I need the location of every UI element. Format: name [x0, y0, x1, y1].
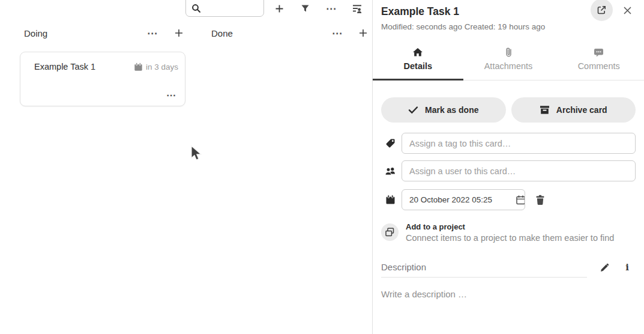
card-due-label: in 3 days	[146, 62, 178, 71]
ellipsis-icon: ⋯	[166, 91, 176, 100]
assign-user-input[interactable]	[402, 160, 636, 181]
tab-attachments-label: Attachments	[463, 61, 554, 71]
column-done-add-button[interactable]	[355, 25, 372, 41]
mark-as-done-label: Mark as done	[425, 105, 478, 115]
edit-description-button[interactable]	[598, 261, 611, 274]
tab-details[interactable]: Details	[373, 43, 463, 80]
panel-header: Example Task 1 Modified: seconds ago Cre…	[373, 0, 644, 80]
card-title: Example Task 1	[34, 62, 95, 71]
tab-attachments[interactable]: Attachments	[463, 43, 554, 80]
card-due-date: in 3 days	[134, 62, 178, 71]
project-windows-icon	[381, 223, 399, 241]
description-label: Description	[381, 262, 587, 278]
archive-icon	[540, 105, 550, 115]
add-card-button[interactable]	[271, 0, 287, 17]
tab-comments-label: Comments	[553, 61, 644, 71]
archive-card-button[interactable]: Archive card	[511, 97, 636, 123]
filter-button[interactable]	[296, 0, 313, 17]
filter-funnel-icon	[301, 4, 310, 13]
ellipsis-icon: ⋯	[332, 28, 343, 38]
column-doing-add-button[interactable]	[170, 25, 187, 41]
card-menu-button[interactable]: ⋯	[166, 91, 176, 100]
trash-icon	[535, 195, 545, 205]
description-info-button[interactable]: i	[621, 261, 633, 274]
remove-date-button[interactable]	[533, 193, 547, 207]
plus-icon	[174, 28, 184, 38]
list-user-icon	[352, 4, 363, 14]
assign-tag-input[interactable]	[402, 133, 636, 154]
external-link-icon	[597, 5, 607, 15]
date-picker-button[interactable]	[516, 190, 525, 210]
plus-icon	[274, 4, 284, 14]
board-menu-button[interactable]: ⋯	[323, 0, 340, 17]
info-icon: i	[625, 262, 629, 273]
ellipsis-icon: ⋯	[326, 4, 337, 14]
calendar-icon	[384, 194, 396, 206]
check-icon	[408, 106, 418, 114]
add-to-project-row[interactable]: Add to a project Connect items to a proj…	[381, 222, 636, 243]
search-input[interactable]	[204, 2, 260, 14]
home-icon	[412, 47, 423, 57]
tag-field-row	[381, 133, 636, 154]
mark-as-done-button[interactable]: Mark as done	[381, 97, 506, 123]
paperclip-icon	[505, 47, 512, 58]
detail-tabs: Details Attachments	[373, 43, 644, 80]
card-actions: Mark as done Archive card	[381, 97, 636, 123]
tab-details-label: Details	[373, 61, 463, 71]
due-date-box[interactable]	[402, 189, 525, 210]
calendar-icon	[134, 62, 143, 71]
column-title-done: Done	[211, 28, 233, 38]
add-to-project-title: Add to a project	[406, 222, 614, 231]
task-card[interactable]: Example Task 1 in 3 days ⋯	[20, 52, 185, 106]
comments-icon	[594, 48, 604, 57]
search-icon	[191, 4, 201, 13]
ellipsis-icon: ⋯	[147, 28, 158, 38]
tag-icon	[384, 138, 396, 150]
calendar-outline-icon	[516, 195, 525, 205]
description-placeholder[interactable]: Write a description …	[381, 289, 636, 299]
users-icon	[384, 165, 396, 177]
board-view-options-button[interactable]	[349, 0, 366, 17]
card-detail-panel: Example Task 1 Modified: seconds ago Cre…	[372, 0, 644, 334]
column-doing-menu-button[interactable]: ⋯	[144, 25, 161, 41]
project-text: Add to a project Connect items to a proj…	[406, 222, 614, 243]
pencil-icon	[600, 263, 610, 273]
description-header: Description i	[381, 262, 636, 278]
due-date-input[interactable]	[402, 195, 516, 204]
column-done-menu-button[interactable]: ⋯	[329, 25, 346, 41]
panel-content: Mark as done Archive card	[373, 97, 644, 299]
add-to-project-subtitle: Connect items to a project to make them …	[406, 233, 614, 243]
plus-icon	[358, 28, 368, 38]
search-input-box[interactable]	[185, 0, 264, 17]
archive-card-label: Archive card	[556, 105, 607, 115]
date-field-row	[381, 189, 636, 210]
column-title-doing: Doing	[24, 28, 47, 38]
user-field-row	[381, 160, 636, 181]
tab-comments[interactable]: Comments	[553, 43, 644, 80]
close-panel-button[interactable]	[621, 4, 634, 17]
close-icon	[623, 6, 632, 15]
panel-meta: Modified: seconds ago Created: 19 hours …	[381, 22, 636, 31]
mouse-cursor	[190, 145, 202, 162]
